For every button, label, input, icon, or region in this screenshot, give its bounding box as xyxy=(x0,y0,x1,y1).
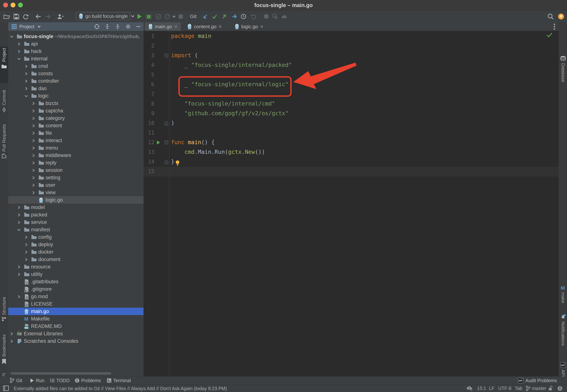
run-configuration-select[interactable]: go build focus-single xyxy=(76,12,130,20)
collapse-all-button[interactable] xyxy=(115,24,120,29)
tree-item-makefile[interactable]: MMakefile xyxy=(8,315,144,322)
tab-main-go[interactable]: main.go xyxy=(145,22,181,31)
toolwindow-button-terminal[interactable]: Terminal xyxy=(107,377,131,384)
chevron-right-icon[interactable] xyxy=(31,131,35,135)
tree-item-service[interactable]: service xyxy=(8,219,144,226)
profile-button[interactable] xyxy=(56,11,65,22)
fold-start-icon[interactable] xyxy=(164,54,168,58)
exclamation-circle-icon[interactable] xyxy=(557,385,563,392)
code-editor[interactable]: 1package main23import (4 _ "focus-single… xyxy=(144,31,559,376)
horizontal-scrollbar[interactable] xyxy=(11,372,111,375)
close-icon[interactable] xyxy=(174,25,178,28)
tree-item-reply[interactable]: reply xyxy=(8,159,144,167)
chevron-right-icon[interactable] xyxy=(31,154,35,157)
line-separator-widget[interactable]: LF xyxy=(489,385,494,392)
chevron-right-icon[interactable] xyxy=(10,339,14,343)
close-icon[interactable] xyxy=(218,25,222,28)
tree-item-session[interactable]: session xyxy=(8,167,144,174)
chevron-right-icon[interactable] xyxy=(31,191,35,195)
git-update-button[interactable] xyxy=(200,11,210,22)
chevron-down-icon[interactable] xyxy=(17,57,21,61)
tree-item-readme.md[interactable]: MDREADME.MD xyxy=(8,322,144,330)
tree-item-scratches-and-consoles[interactable]: Scratches and Consoles xyxy=(8,337,144,345)
chevron-right-icon[interactable] xyxy=(10,332,14,336)
stripe-button-pull-requests[interactable]: Pull Requests xyxy=(0,123,8,161)
tree-item-docker[interactable]: docker xyxy=(8,248,144,256)
chevron-down-icon[interactable] xyxy=(37,25,41,28)
encoding-widget[interactable]: UTF-8 xyxy=(498,385,511,392)
hide-panel-button[interactable] xyxy=(136,24,141,29)
stop-button[interactable] xyxy=(176,11,186,22)
chevron-right-icon[interactable] xyxy=(24,257,28,262)
save-all-button[interactable] xyxy=(12,11,21,22)
chevron-right-icon[interactable] xyxy=(31,109,35,113)
chevron-right-icon[interactable] xyxy=(17,42,21,46)
stripe-button-database[interactable]: Database xyxy=(559,56,567,112)
tree-item-hack[interactable]: hack xyxy=(8,48,144,55)
tree-item-cmd[interactable]: cmd xyxy=(8,62,144,70)
chevron-right-icon[interactable] xyxy=(24,79,28,83)
debug-button[interactable] xyxy=(144,11,154,22)
chevron-right-icon[interactable] xyxy=(17,206,21,210)
git-branch-widget[interactable]: master xyxy=(526,385,546,392)
tree-item-menu[interactable]: menu xyxy=(8,144,144,152)
tree-item-focus-single[interactable]: focus-single ~/Workspace/Go/GOPATH/src/g… xyxy=(8,33,144,40)
indent-widget[interactable]: Tab xyxy=(515,385,522,392)
tree-item-model[interactable]: model xyxy=(8,204,144,211)
chevron-right-icon[interactable] xyxy=(24,243,28,247)
audit-problems-button[interactable]: /API Audit Problems xyxy=(518,377,557,384)
tree-item-document[interactable]: document xyxy=(8,256,144,263)
chevron-right-icon[interactable] xyxy=(31,168,35,172)
toolwindow-button-todo[interactable]: TODO xyxy=(50,377,70,384)
tree-item-consts[interactable]: consts xyxy=(8,70,144,77)
chevron-right-icon[interactable] xyxy=(24,250,28,254)
intention-bulb-icon[interactable] xyxy=(175,160,180,166)
tab-logic-go[interactable]: logic.go xyxy=(232,22,267,31)
chevron-right-icon[interactable] xyxy=(17,272,21,277)
chevron-right-icon[interactable] xyxy=(31,116,35,120)
tree-item-bizctx[interactable]: bizctx xyxy=(8,99,144,107)
tree-item-main.go[interactable]: main.go xyxy=(8,308,144,315)
cloud-button[interactable] xyxy=(280,11,289,22)
code-with-me-button[interactable] xyxy=(270,11,280,22)
status-message[interactable]: Externally added files can be added to G… xyxy=(14,386,227,391)
tree-item-controller[interactable]: controller xyxy=(8,77,144,85)
reload-button[interactable] xyxy=(21,11,30,22)
chevron-right-icon[interactable] xyxy=(17,220,21,224)
tree-item-captcha[interactable]: captcha xyxy=(8,107,144,114)
chevron-right-icon[interactable] xyxy=(17,49,21,54)
chevron-right-icon[interactable] xyxy=(24,235,28,239)
tree-item-manifest[interactable]: manifest xyxy=(8,226,144,233)
tree-item-file[interactable]: file xyxy=(8,129,144,137)
chevron-right-icon[interactable] xyxy=(17,213,21,217)
navigate-forward-button[interactable] xyxy=(43,11,53,22)
toolwindow-button-run[interactable]: Run xyxy=(30,377,44,384)
tree-item-internal[interactable]: internal xyxy=(8,55,144,62)
tab-content-go[interactable]: content.go xyxy=(184,22,225,31)
tree-item-view[interactable]: view xyxy=(8,189,144,196)
tree-item-external-libraries[interactable]: External Libraries xyxy=(8,330,144,337)
stripe-button-structure[interactable]: Structure xyxy=(0,295,8,328)
tree-item-.gitignore[interactable]: .gitignore xyxy=(8,285,144,293)
stripe-button-commit[interactable]: Commit xyxy=(0,88,8,123)
tree-item-go.mod[interactable]: go.mod xyxy=(8,293,144,300)
git-merge-button[interactable] xyxy=(229,11,239,22)
fold-start-icon[interactable] xyxy=(164,140,168,145)
stripe-button-notifications[interactable]: Notifications xyxy=(559,314,567,362)
chevron-right-icon[interactable] xyxy=(31,101,35,106)
tree-item-setting[interactable]: setting xyxy=(8,174,144,181)
run-with-coverage-button[interactable] xyxy=(154,11,163,22)
tree-item-api[interactable]: api xyxy=(8,40,144,48)
tree-item-interact[interactable]: interact xyxy=(8,137,144,144)
tree-item-utility[interactable]: utility xyxy=(8,270,144,278)
chevron-right-icon[interactable] xyxy=(31,146,35,150)
tree-item-category[interactable]: category xyxy=(8,114,144,122)
expand-all-button[interactable] xyxy=(104,24,110,29)
chevron-right-icon[interactable] xyxy=(31,124,35,128)
run-button[interactable] xyxy=(135,11,144,22)
chevron-down-icon[interactable] xyxy=(10,35,14,39)
tree-item-resource[interactable]: resource xyxy=(8,263,144,270)
tree-item-dao[interactable]: dao xyxy=(8,85,144,92)
inspection-ok-check-icon[interactable] xyxy=(547,32,554,39)
project-panel-header[interactable]: Project xyxy=(8,22,144,31)
